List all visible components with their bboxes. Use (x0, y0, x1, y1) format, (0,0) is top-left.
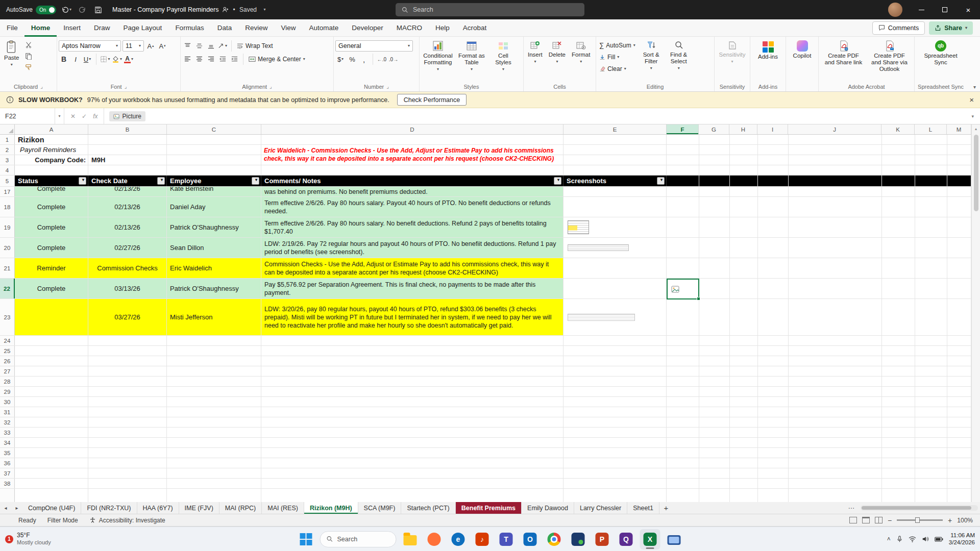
empty-cell[interactable] (167, 366, 261, 376)
page-layout-view-icon[interactable] (862, 517, 870, 523)
teams-icon[interactable]: T (496, 529, 517, 549)
header-employee[interactable]: Employee▾ (167, 176, 261, 186)
cell-employee[interactable]: Patrick O'Shaughnessy (167, 279, 261, 298)
phone-link-icon[interactable] (568, 529, 589, 549)
tab-view[interactable]: View (274, 19, 302, 37)
row-header[interactable]: 34 (0, 438, 15, 447)
cell-employee[interactable]: Sean Dillon (167, 238, 261, 258)
filter-dropdown-icon[interactable]: ▾ (79, 177, 86, 185)
sensitivity-button[interactable]: Sensitivity▾ (717, 38, 748, 64)
empty-cell[interactable] (261, 366, 564, 376)
fill-color-icon[interactable]: ▾ (112, 54, 122, 64)
sheet-tab-startech-pct[interactable]: Startech (PCT) (401, 502, 455, 514)
align-left-icon[interactable] (182, 54, 192, 64)
powerpoint-icon[interactable]: P (592, 529, 612, 549)
sheet-tab-emily-dawood[interactable]: Emily Dawood (522, 502, 574, 514)
cell-employee[interactable]: Patrick O'Shaughnessy (167, 217, 261, 237)
alignment-dialog-launcher[interactable]: ⌟ (270, 84, 272, 89)
cell-screenshot[interactable] (564, 279, 667, 298)
empty-cell[interactable] (88, 387, 167, 396)
format-painter-icon[interactable] (23, 63, 34, 72)
sheet-tab-compone-u4f[interactable]: CompOne (U4F) (22, 502, 81, 514)
normal-view-icon[interactable] (849, 517, 857, 523)
percent-format-icon[interactable]: % (347, 54, 357, 64)
cell-screenshot[interactable] (564, 238, 667, 258)
row-header[interactable]: 2 (0, 145, 15, 155)
empty-cell[interactable] (167, 417, 261, 427)
sheet-tab-larry-chessler[interactable]: Larry Chessler (574, 502, 627, 514)
cell-check-date[interactable]: 02/13/26 (88, 217, 167, 237)
tab-macro[interactable]: MACRO (390, 19, 429, 37)
sheet-tab-benefit-premiums[interactable]: Benefit Premiums (456, 502, 522, 514)
header-check-date[interactable]: Check Date▾ (88, 176, 167, 186)
row-header[interactable]: 4 (0, 165, 15, 175)
row-header[interactable] (0, 489, 15, 502)
col-header-c[interactable]: C (167, 124, 261, 134)
empty-cell[interactable] (261, 428, 564, 437)
cell-check-date[interactable]: 02/13/26 (88, 197, 167, 217)
search-input[interactable]: Search (396, 3, 584, 16)
row-header[interactable]: 20 (0, 238, 15, 258)
empty-cell[interactable] (88, 458, 167, 468)
cell-sheet-subtitle[interactable]: Payroll Reminders (15, 145, 88, 155)
tab-page-layout[interactable]: Page Layout (117, 19, 169, 37)
paste-button[interactable]: Paste▾ (2, 38, 21, 67)
taskbar-clock[interactable]: 11:06 AM 3/24/2026 (949, 532, 975, 546)
merge-center-button[interactable]: Merge & Center▾ (247, 54, 307, 65)
maximize-button[interactable] (933, 0, 957, 19)
taskbar-search-input[interactable]: Search (320, 531, 397, 547)
row-header[interactable]: 26 (0, 356, 15, 366)
create-pdf-share-outlook-button[interactable]: Create PDF and Share via Outlook (867, 38, 912, 72)
wrap-text-button[interactable]: Wrap Text (235, 41, 275, 52)
empty-cell[interactable] (15, 387, 88, 396)
empty-cell[interactable] (167, 356, 261, 366)
insert-function-icon[interactable]: fx (93, 113, 97, 120)
empty-cell[interactable] (88, 407, 167, 417)
row-header[interactable]: 36 (0, 458, 15, 468)
excel-icon[interactable]: X (640, 529, 660, 549)
row-header[interactable]: 23 (0, 299, 15, 335)
chrome-icon[interactable] (544, 529, 565, 549)
create-pdf-share-link-button[interactable]: Create PDF and Share link (821, 38, 866, 66)
cell-notes[interactable]: Term effective 2/6/26. Pay 80 hours sala… (261, 217, 564, 237)
empty-cell[interactable] (167, 377, 261, 386)
empty-cell[interactable] (88, 438, 167, 447)
tab-file[interactable]: File (0, 19, 24, 37)
cell-screenshot[interactable] (564, 217, 667, 237)
cell-workbook-title[interactable]: Rizikon (15, 135, 88, 144)
row-header[interactable]: 28 (0, 377, 15, 386)
accessibility-status[interactable]: Accessibility: Investigate (89, 517, 165, 524)
cell-styles-button[interactable]: Cell Styles▾ (488, 38, 518, 71)
empty-cell[interactable] (261, 356, 564, 366)
row-header[interactable]: 5 (0, 176, 15, 186)
empty-cell[interactable] (167, 448, 261, 458)
empty-cell[interactable] (261, 438, 564, 447)
scrollbar-thumb[interactable] (862, 506, 971, 510)
row-header[interactable]: 37 (0, 468, 15, 478)
empty-cell[interactable] (564, 407, 667, 417)
empty-cell[interactable] (88, 356, 167, 366)
empty-cell[interactable] (261, 407, 564, 417)
tab-data[interactable]: Data (211, 19, 239, 37)
row-header[interactable]: 31 (0, 407, 15, 417)
copilot-button[interactable]: Copilot (791, 38, 814, 59)
share-button[interactable]: Share ▾ (929, 21, 973, 35)
close-button[interactable]: × (957, 0, 980, 19)
empty-cell[interactable] (167, 387, 261, 396)
tab-home[interactable]: Home (24, 19, 57, 37)
align-top-icon[interactable] (182, 41, 192, 51)
undo-button[interactable]: ▾ (61, 4, 72, 15)
empty-cell[interactable] (88, 479, 167, 488)
empty-cell[interactable] (88, 417, 167, 427)
delete-cells-button[interactable]: Delete▾ (546, 38, 568, 64)
empty-cell[interactable] (261, 458, 564, 468)
tab-acrobat[interactable]: Acrobat (456, 19, 494, 37)
fill-button[interactable]: Fill▾ (598, 52, 637, 62)
sheet-tab-sca-m9f[interactable]: SCA (M9F) (358, 502, 402, 514)
number-dialog-launcher[interactable]: ⌟ (386, 84, 389, 89)
empty-cell[interactable] (564, 377, 667, 386)
format-cells-button[interactable]: Format▾ (569, 38, 593, 64)
row-header[interactable]: 21 (0, 258, 15, 278)
decrease-decimal-icon[interactable]: .0→ (388, 54, 399, 64)
decrease-font-size-icon[interactable]: A▾ (157, 41, 167, 51)
